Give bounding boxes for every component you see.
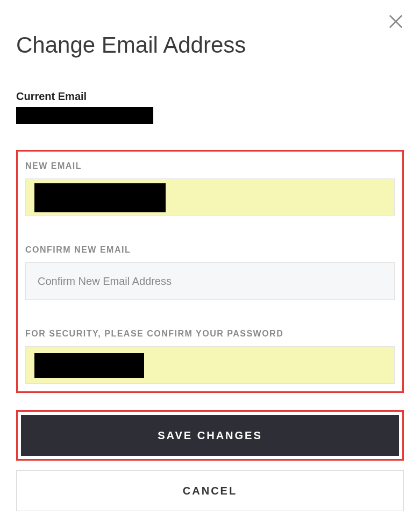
cancel-button[interactable]: CANCEL (16, 470, 404, 511)
password-label: FOR SECURITY, PLEASE CONFIRM YOUR PASSWO… (25, 329, 395, 339)
save-changes-button[interactable]: SAVE CHANGES (21, 415, 399, 456)
password-value (34, 353, 144, 378)
save-button-highlight-box: SAVE CHANGES (16, 410, 404, 461)
new-email-input[interactable] (25, 178, 395, 216)
new-email-value (34, 183, 166, 212)
confirm-email-input[interactable] (25, 262, 395, 300)
current-email-section: Current Email (16, 90, 404, 124)
current-email-value (16, 107, 153, 124)
form-highlight-box: NEW EMAIL CONFIRM NEW EMAIL FOR SECURITY… (16, 150, 404, 393)
confirm-email-label: CONFIRM NEW EMAIL (25, 245, 395, 255)
new-email-label: NEW EMAIL (25, 161, 395, 171)
current-email-label: Current Email (16, 90, 404, 103)
close-icon (388, 13, 404, 30)
page-title: Change Email Address (16, 32, 404, 58)
password-input[interactable] (25, 346, 395, 384)
close-button[interactable] (385, 11, 407, 32)
